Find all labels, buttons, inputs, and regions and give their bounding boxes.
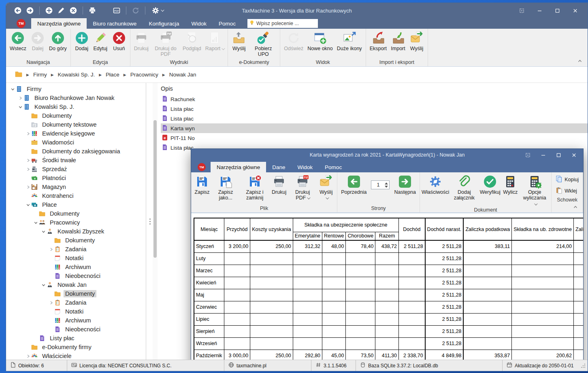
list-item-rachunek[interactable]: Rachunek: [161, 94, 588, 104]
właściwości-button[interactable]: Właściwości: [422, 174, 449, 195]
cell[interactable]: [293, 313, 322, 325]
chevron-right-icon[interactable]: [17, 95, 23, 101]
expander-spacer[interactable]: [25, 148, 31, 155]
tree-item-magazyn[interactable]: Magazyn: [6, 182, 146, 191]
cell[interactable]: [375, 265, 399, 277]
cell[interactable]: [346, 313, 375, 325]
breadcrumb-item-kowalski-sp-j[interactable]: Kowalski Sp. J.: [58, 72, 95, 78]
cell[interactable]: [322, 265, 346, 277]
tab-konfiguracja[interactable]: Konfiguracja: [143, 18, 185, 29]
expander-spacer[interactable]: [25, 193, 31, 199]
opcje-wyliczania-button[interactable]: Opcje wyliczania: [520, 174, 550, 207]
tree-item-firmy[interactable]: Firmy: [6, 85, 146, 93]
chevron-down-icon[interactable]: [40, 282, 47, 288]
dalej-button[interactable]: Dalej: [28, 30, 47, 51]
breadcrumb-item-pracownicy[interactable]: Pracownicy: [130, 72, 158, 78]
cell[interactable]: 2 511,28: [425, 252, 464, 265]
cell[interactable]: [574, 289, 583, 301]
resize-grip[interactable]: [580, 363, 586, 369]
cell[interactable]: 200,62: [512, 350, 574, 360]
child-tab-pomoc[interactable]: Pomoc: [319, 162, 348, 172]
tree-scrollbar[interactable]: [153, 83, 158, 360]
expander-spacer[interactable]: [48, 290, 54, 297]
settings-icon[interactable]: [150, 6, 164, 15]
cell[interactable]: [399, 265, 425, 277]
cell[interactable]: 2 338,70: [399, 350, 425, 360]
cell[interactable]: [463, 325, 511, 337]
cell[interactable]: 4 849,98: [425, 350, 464, 360]
cell[interactable]: 2 511,28: [399, 240, 425, 252]
drukuj-do-pdf-button[interactable]: PdfDrukuj do PDF: [151, 30, 181, 57]
cell[interactable]: 438,72: [375, 240, 399, 252]
do-góry-button[interactable]: Do góry: [47, 30, 69, 51]
cell[interactable]: Wrzesień: [194, 337, 224, 350]
tree-item-biuro-rachunkowe-jan-nowak[interactable]: Biuro Rachunkowe Jan Nowak: [6, 93, 146, 102]
expander-spacer[interactable]: [48, 255, 54, 261]
cell[interactable]: [512, 337, 574, 350]
cell[interactable]: Maj: [194, 289, 224, 301]
cell[interactable]: 3 000,00: [224, 350, 250, 360]
cell[interactable]: 214,00: [512, 240, 574, 252]
breadcrumb-item-nowak-jan[interactable]: Nowak Jan: [169, 72, 196, 78]
cell[interactable]: [224, 289, 250, 301]
cell[interactable]: [375, 277, 399, 289]
drukuj-button[interactable]: Drukuj: [132, 30, 151, 51]
cell[interactable]: [512, 301, 574, 313]
cell[interactable]: [574, 252, 583, 265]
tree-item-nieobecności[interactable]: Nieobecności: [6, 271, 146, 280]
nowe-okno-button[interactable]: Nowe okno: [305, 30, 335, 51]
maximize-button[interactable]: [554, 150, 563, 159]
tab-widok[interactable]: Widok: [185, 18, 213, 29]
cell[interactable]: [463, 289, 511, 301]
tree-item-archiwum[interactable]: Archiwum: [6, 316, 146, 325]
chevron-right-icon[interactable]: [25, 353, 31, 359]
cell[interactable]: Sierpień: [194, 325, 224, 337]
cell[interactable]: 2 511,28: [425, 337, 464, 350]
dodaj-button[interactable]: Dodaj: [72, 30, 91, 51]
tree-item-dokumenty[interactable]: Dokumenty: [6, 209, 146, 218]
cell[interactable]: [463, 301, 511, 313]
cell[interactable]: 153,00: [574, 350, 583, 360]
cell[interactable]: [250, 325, 293, 337]
cell[interactable]: [399, 301, 425, 313]
tree-item-wiadomości[interactable]: Wiadomości: [6, 138, 146, 147]
expander-spacer[interactable]: [48, 326, 54, 333]
cell[interactable]: [224, 301, 250, 313]
panel-splitter[interactable]: [147, 83, 153, 360]
cell[interactable]: [224, 252, 250, 265]
cell[interactable]: [293, 265, 322, 277]
expander-spacer[interactable]: [48, 264, 54, 270]
chevron-right-icon[interactable]: [25, 184, 31, 190]
zapisz-button[interactable]: Zapisz: [193, 174, 211, 195]
pobierz-upo-button[interactable]: Pobierz UPO: [248, 30, 278, 57]
weryfikuj-button[interactable]: Weryfikuj: [479, 174, 501, 195]
cell[interactable]: [293, 301, 322, 313]
add-icon[interactable]: [45, 6, 53, 15]
cell[interactable]: [574, 277, 583, 289]
cell[interactable]: [293, 252, 322, 265]
chevron-right-icon[interactable]: [25, 157, 31, 163]
tree-item-nowak-jan[interactable]: Nowak Jan: [6, 280, 146, 289]
eksport-button[interactable]: Eksport: [368, 30, 389, 51]
tree-item-zadania[interactable]: Zadania: [6, 245, 146, 254]
cell[interactable]: Marzec: [194, 265, 224, 277]
expander-spacer[interactable]: [48, 308, 54, 315]
cell[interactable]: [346, 277, 375, 289]
cell[interactable]: Kwiecień: [194, 277, 224, 289]
cell[interactable]: [399, 313, 425, 325]
cell[interactable]: 78,40: [346, 240, 375, 252]
cell[interactable]: [399, 252, 425, 265]
cell[interactable]: Czerwiec: [194, 301, 224, 313]
cell[interactable]: [224, 313, 250, 325]
cell[interactable]: [224, 265, 250, 277]
page-number-spinner[interactable]: 1: [371, 180, 390, 189]
chevron-down-icon[interactable]: [9, 86, 16, 92]
cell[interactable]: [375, 252, 399, 265]
cell[interactable]: [346, 301, 375, 313]
expand-button[interactable]: [517, 6, 526, 15]
app-logo[interactable]: TM: [17, 19, 26, 28]
cell[interactable]: 48,00: [322, 240, 346, 252]
cell[interactable]: [399, 277, 425, 289]
cell[interactable]: [399, 289, 425, 301]
chevron-down-icon[interactable]: [40, 228, 47, 235]
